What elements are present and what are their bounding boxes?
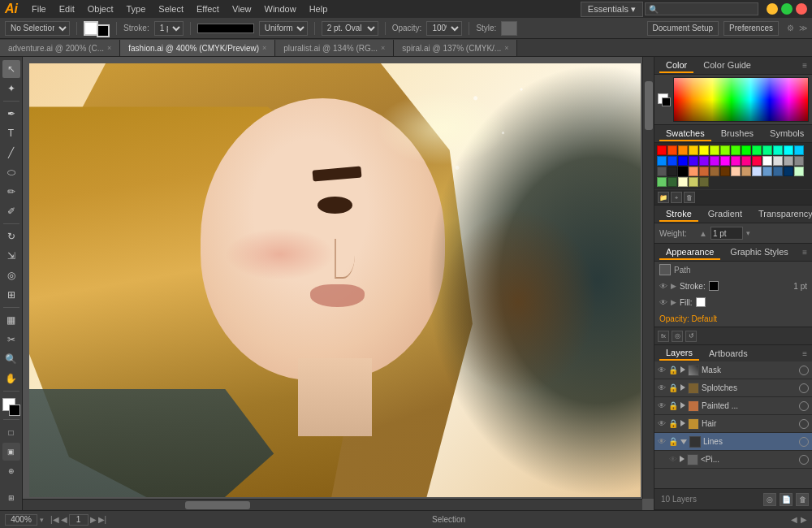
swatch-item[interactable] [667,145,677,155]
swatches-new[interactable]: + [671,192,682,203]
opacity-link[interactable]: Opacity: Default [659,314,717,323]
hand-tool[interactable]: ✋ [2,370,20,387]
blend-tool[interactable]: ◎ [2,266,20,284]
sublayer-pi-name[interactable]: <Pi... [701,455,797,464]
color-square-icon[interactable] [658,93,671,106]
layer-painted-name[interactable]: Painted ... [702,401,797,410]
search-input[interactable] [645,2,758,15]
layer-mask-name[interactable]: Mask [702,366,797,374]
graph-tool[interactable]: ▦ [2,311,20,329]
maximize-button[interactable] [781,3,793,15]
stroke-weight-dropdown[interactable]: ▾ [746,229,750,237]
layers-panel-menu[interactable]: ≡ [802,349,807,358]
layer-mask-lock[interactable]: 🔒 [668,366,678,374]
swatch-item[interactable] [699,167,709,176]
swatch-item[interactable] [731,167,741,176]
swatch-item[interactable] [773,167,783,176]
layer-hair-lock[interactable]: 🔒 [668,419,678,428]
swatch-item[interactable] [762,156,772,166]
layer-painted-target[interactable] [799,401,809,411]
color-panel-menu[interactable]: ≡ [802,61,807,70]
scissors-tool[interactable]: ✂ [2,331,20,348]
fill-visibility[interactable]: 👁 [659,298,667,307]
brush-dropdown[interactable]: 2 pt. Oval [322,21,378,36]
menu-edit[interactable]: Edit [54,2,80,15]
swatch-item[interactable] [773,156,783,166]
sublayer-pi-expand[interactable] [680,456,685,464]
layer-mask-visibility[interactable]: 👁 [658,366,666,374]
swatch-item[interactable] [699,177,709,187]
expand-icon[interactable]: ≫ [799,24,807,32]
swatch-item[interactable] [657,156,667,166]
swatch-item[interactable] [678,145,688,155]
preferences-button[interactable]: Preferences [723,21,779,36]
menu-type[interactable]: Type [121,2,152,15]
layer-mask-expand[interactable] [680,366,685,374]
swatches-add-group[interactable]: 📁 [658,192,669,203]
stroke-dropdown[interactable]: 1 pt [154,21,184,36]
stroke-weight-up[interactable]: ▲ [699,229,707,238]
style-swatch[interactable] [501,21,517,36]
appearance-add-effect[interactable]: fx [658,331,669,342]
menu-view[interactable]: View [227,2,257,15]
swatch-item[interactable] [784,156,793,166]
layer-painted-expand[interactable] [680,402,685,410]
menu-select[interactable]: Select [153,2,189,15]
swatch-item[interactable] [720,167,730,176]
tab-close-spiral[interactable]: × [504,44,508,52]
stroke-expand[interactable]: ▶ [671,282,676,290]
vertical-scrollbar[interactable] [642,57,654,499]
swatch-item[interactable] [762,145,772,155]
swatch-item[interactable] [689,177,698,187]
tab-close-adventure[interactable]: × [107,44,111,52]
direct-selection-tool[interactable]: ✦ [2,80,20,97]
tab-pluralist[interactable]: pluralist.ai @ 134% (RG... × [275,40,394,56]
swatch-item[interactable] [720,145,730,155]
document-setup-button[interactable]: Document Setup [647,21,719,36]
swatch-item[interactable] [762,167,772,176]
layer-splotches-target[interactable] [799,383,809,393]
scale-tool[interactable]: ⇲ [2,247,20,265]
appearance-delete[interactable]: ↺ [685,331,697,342]
page-input[interactable]: 1 [69,514,89,526]
swatch-item[interactable] [678,177,688,187]
layer-hair-visibility[interactable]: 👁 [658,419,666,428]
tab-appearance[interactable]: Appearance [659,245,720,260]
ellipse-tool[interactable]: ⬭ [2,163,20,181]
workspace-icon[interactable]: ⚙ [787,24,794,32]
layer-lines-visibility[interactable]: 👁 [658,437,666,446]
artboard-tool[interactable]: ⊞ [2,489,20,507]
pen-tool[interactable]: ✒ [2,105,20,123]
tab-gradient[interactable]: Gradient [702,207,749,222]
pencil-tool[interactable]: ✐ [2,202,20,220]
horizontal-scroll-thumb[interactable] [185,501,250,509]
tab-fashion[interactable]: fashion.ai @ 400% (CMYK/Preview) × [120,40,275,56]
tab-adventure[interactable]: adventure.ai @ 200% (C... × [0,40,120,56]
draw-mode[interactable]: ⊕ [2,462,20,480]
tab-close-fashion[interactable]: × [262,44,266,52]
paintbrush-tool[interactable]: ✏ [2,183,20,201]
swatch-item[interactable] [794,167,804,176]
layer-lines-lock[interactable]: 🔒 [668,437,678,446]
swatch-item[interactable] [741,145,751,155]
close-button[interactable] [796,3,807,15]
swatch-item[interactable] [784,167,793,176]
appearance-new[interactable]: ◎ [672,331,683,342]
color-mode[interactable]: ▣ [2,443,20,461]
appearance-panel-menu[interactable]: ≡ [802,248,807,257]
minimize-button[interactable] [767,3,778,15]
swatch-item[interactable] [667,156,677,166]
swatch-item[interactable] [752,156,762,166]
style-dropdown[interactable]: Uniform [259,21,308,36]
layers-delete-layer[interactable]: 🗑 [796,493,809,506]
status-nav-left[interactable]: ◀ [791,515,797,524]
layer-lines-expand[interactable] [680,438,687,446]
layer-hair-target[interactable] [799,419,809,429]
vertical-scroll-thumb[interactable] [645,81,653,130]
tab-close-pluralist[interactable]: × [381,44,385,52]
tab-graphic-styles[interactable]: Graphic Styles [723,245,795,260]
horizontal-scrollbar[interactable] [23,499,642,510]
stroke-color-swatch[interactable] [97,24,110,37]
tab-brushes[interactable]: Brushes [715,127,760,141]
tab-spiral[interactable]: spiral.ai @ 137% (CMYK/... × [394,40,517,56]
